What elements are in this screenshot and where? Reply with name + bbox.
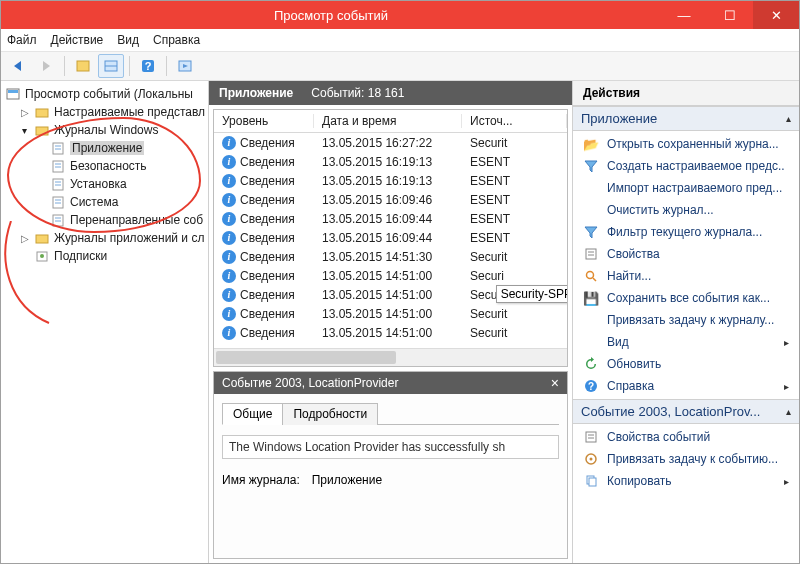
folder-icon (34, 230, 50, 246)
svg-text:?: ? (145, 60, 152, 72)
actions-header: Действия (573, 81, 799, 106)
tree-app-logs[interactable]: ▷ Журналы приложений и сл (3, 229, 206, 247)
copy-icon (583, 473, 599, 489)
action-refresh[interactable]: Обновить (573, 353, 799, 375)
action-event-properties[interactable]: Свойства событий (573, 426, 799, 448)
search-icon (583, 268, 599, 284)
tree-log-setup[interactable]: Установка (3, 175, 206, 193)
table-row[interactable]: iСведения13.05.2015 14:51:00Securit (214, 323, 567, 342)
action-event-attach-task[interactable]: Привязать задачу к событию... (573, 448, 799, 470)
action-attach-task[interactable]: Привязать задачу к журналу... (573, 309, 799, 331)
menu-file[interactable]: Файл (7, 33, 37, 47)
tree-custom-views[interactable]: ▷ Настраиваемые представл (3, 103, 206, 121)
log-icon (50, 194, 66, 210)
action-view-submenu[interactable]: Вид▸ (573, 331, 799, 353)
cell-datetime: 13.05.2015 14:51:00 (314, 269, 462, 283)
table-row[interactable]: iСведения13.05.2015 16:09:44ESENT (214, 228, 567, 247)
info-icon: i (222, 288, 236, 302)
horizontal-scrollbar[interactable] (214, 348, 567, 366)
tree-log-system[interactable]: Система (3, 193, 206, 211)
body: Просмотр событий (Локальны ▷ Настраиваем… (1, 81, 799, 563)
action-copy[interactable]: Копировать▸ (573, 470, 799, 492)
cell-datetime: 13.05.2015 14:51:00 (314, 288, 462, 302)
cell-level: Сведения (240, 174, 295, 188)
menubar: Файл Действие Вид Справка (1, 29, 799, 52)
detail-close-icon[interactable]: × (551, 375, 559, 391)
info-icon: i (222, 155, 236, 169)
menu-view[interactable]: Вид (117, 33, 139, 47)
subscriptions-icon (34, 248, 50, 264)
help-button[interactable]: ? (135, 54, 161, 78)
tree-windows-logs[interactable]: ▾ Журналы Windows (3, 121, 206, 139)
expand-icon[interactable]: ▷ (19, 233, 30, 244)
cell-level: Сведения (240, 212, 295, 226)
action-filter-log[interactable]: Фильтр текущего журнала... (573, 221, 799, 243)
action-open-saved-log[interactable]: 📂Открыть сохраненный журна... (573, 133, 799, 155)
chevron-right-icon: ▸ (784, 337, 789, 348)
nav-forward-button[interactable] (33, 54, 59, 78)
cell-level: Сведения (240, 136, 295, 150)
tree-log-forwarded[interactable]: Перенаправленные соб (3, 211, 206, 229)
svg-line-37 (593, 278, 596, 281)
action-properties[interactable]: Свойства (573, 243, 799, 265)
svg-rect-12 (36, 127, 48, 135)
cell-level: Сведения (240, 231, 295, 245)
action-find[interactable]: Найти... (573, 265, 799, 287)
svg-rect-10 (8, 90, 18, 93)
nav-back-button[interactable] (5, 54, 31, 78)
col-datetime[interactable]: Дата и время (314, 114, 462, 128)
action-import-custom-view[interactable]: Импорт настраиваемого пред... (573, 177, 799, 199)
menu-action[interactable]: Действие (51, 33, 104, 47)
actions-group-application[interactable]: Приложение ▴ (573, 106, 799, 131)
list-title: Приложение (219, 86, 293, 100)
table-row[interactable]: iСведения13.05.2015 14:51:30Securit (214, 247, 567, 266)
close-button[interactable]: ✕ (753, 1, 799, 29)
task-icon (583, 451, 599, 467)
table-row[interactable]: iСведения13.05.2015 16:27:22Securit (214, 133, 567, 152)
action-save-all[interactable]: 💾Сохранить все события как... (573, 287, 799, 309)
properties-icon (583, 429, 599, 445)
table-row[interactable]: iСведения13.05.2015 16:19:13ESENT (214, 152, 567, 171)
action-help[interactable]: ?Справка▸ (573, 375, 799, 397)
col-source[interactable]: Источ... (462, 114, 567, 128)
action-clear-log[interactable]: Очистить журнал... (573, 199, 799, 221)
info-icon: i (222, 231, 236, 245)
column-headers: Уровень Дата и время Источ... (214, 110, 567, 133)
table-row[interactable]: iСведения13.05.2015 16:09:46ESENT (214, 190, 567, 209)
table-row[interactable]: iСведения13.05.2015 16:19:13ESENT (214, 171, 567, 190)
tree-log-application[interactable]: Приложение (3, 139, 206, 157)
collapse-icon[interactable]: ▾ (19, 125, 30, 136)
tree-log-security[interactable]: Безопасность (3, 157, 206, 175)
help-icon: ? (583, 378, 599, 394)
cell-level: Сведения (240, 326, 295, 340)
table-row[interactable]: iСведения13.05.2015 14:51:00Securit (214, 304, 567, 323)
expand-icon[interactable]: ▷ (19, 107, 30, 118)
tab-general[interactable]: Общие (222, 403, 283, 425)
maximize-button[interactable]: ☐ (707, 1, 753, 29)
show-preview-button[interactable] (98, 54, 124, 78)
info-icon: i (222, 212, 236, 226)
minimize-button[interactable]: — (661, 1, 707, 29)
center-pane: Приложение Событий: 18 161 Уровень Дата … (209, 81, 573, 563)
col-level[interactable]: Уровень (214, 114, 314, 128)
table-row[interactable]: iСведения13.05.2015 14:51:00Securi (214, 266, 567, 285)
cell-datetime: 13.05.2015 16:27:22 (314, 136, 462, 150)
folder-open-icon: 📂 (583, 136, 599, 152)
tree-root[interactable]: Просмотр событий (Локальны (3, 85, 206, 103)
tree-subscriptions[interactable]: Подписки (3, 247, 206, 265)
tab-details[interactable]: Подробности (282, 403, 378, 425)
menu-help[interactable]: Справка (153, 33, 200, 47)
table-row[interactable]: iСведения13.05.2015 16:09:44ESENT (214, 209, 567, 228)
titlebar: Просмотр событий — ☐ ✕ (1, 1, 799, 29)
cell-source: ESENT (462, 193, 567, 207)
extra-button[interactable] (172, 54, 198, 78)
caret-up-icon: ▴ (786, 406, 791, 417)
cell-level: Сведения (240, 269, 295, 283)
log-icon (50, 212, 66, 228)
actions-group-event[interactable]: Событие 2003, LocationProv... ▴ (573, 399, 799, 424)
action-create-custom-view[interactable]: Создать настраиваемое предс.. (573, 155, 799, 177)
filter-new-icon (583, 158, 599, 174)
info-icon: i (222, 193, 236, 207)
show-tree-button[interactable] (70, 54, 96, 78)
svg-text:?: ? (588, 381, 594, 392)
